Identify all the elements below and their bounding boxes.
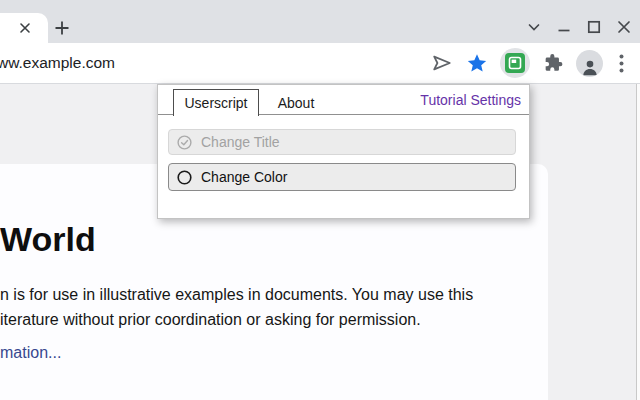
tab-about[interactable]: About [261,89,331,116]
toolbar-icons [430,43,628,83]
more-information-link[interactable]: mation... [0,344,61,362]
close-window-button[interactable] [616,19,632,35]
tab-userscript[interactable]: Userscript [173,89,259,116]
paragraph-line: iterature without prior coordination or … [0,311,421,329]
userscript-extension-button[interactable] [500,48,530,78]
extensions-puzzle-icon[interactable] [541,51,565,75]
paragraph-line: n is for use in illustrative examples in… [0,286,473,304]
maximize-button[interactable] [586,19,602,35]
tab-search-chevron-icon[interactable] [526,19,542,35]
change-color-button[interactable]: Change Color [168,163,516,191]
window-controls [526,18,632,36]
circle-icon [177,170,192,185]
tab-close-icon[interactable] [18,21,32,35]
change-title-button: Change Title [168,129,516,155]
profile-avatar-icon[interactable] [576,50,603,77]
page-scrollbar[interactable] [636,84,640,400]
minimize-button[interactable] [556,19,572,35]
userscript-extension-icon [505,53,525,73]
new-tab-icon[interactable] [54,20,70,36]
browser-menu-icon[interactable] [614,51,628,75]
popup-tab-row: Userscript About Tutorial Settings [158,85,529,115]
page-heading: World [0,220,96,259]
address-bar[interactable]: ww.example.com [0,54,115,72]
change-color-label: Change Color [201,169,287,185]
tab-strip [0,0,640,43]
browser-toolbar: ww.example.com [0,43,640,84]
browser-tab[interactable] [0,13,48,43]
check-circle-icon [177,135,192,150]
tutorial-settings-link[interactable]: Tutorial Settings [420,92,521,108]
change-title-label: Change Title [201,134,280,150]
bookmark-star-icon[interactable] [465,51,489,75]
extension-popup: Userscript About Tutorial Settings Chang… [157,84,530,219]
send-icon[interactable] [430,51,454,75]
